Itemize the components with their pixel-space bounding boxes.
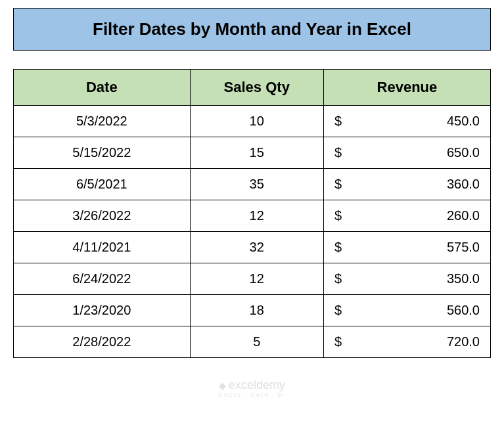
cell-qty: 5 <box>190 326 323 358</box>
cell-revenue: $650.0 <box>323 137 490 169</box>
header-qty: Sales Qty <box>190 70 323 106</box>
revenue-amount: 650.0 <box>447 145 480 160</box>
table-row: 6/5/202135$360.0 <box>14 169 491 200</box>
cell-date: 5/15/2022 <box>14 137 191 169</box>
cell-revenue: $450.0 <box>323 106 490 137</box>
cell-qty: 18 <box>190 295 323 326</box>
table-row: 5/3/202210$450.0 <box>14 106 491 137</box>
revenue-amount: 450.0 <box>447 114 480 129</box>
watermark-icon: ◆ <box>219 380 226 391</box>
revenue-amount: 350.0 <box>447 271 480 286</box>
cell-revenue: $720.0 <box>323 326 490 358</box>
cell-qty: 12 <box>190 200 323 232</box>
currency-symbol: $ <box>334 145 342 160</box>
currency-symbol: $ <box>334 334 342 349</box>
cell-revenue: $260.0 <box>323 200 490 232</box>
cell-date: 3/26/2022 <box>14 200 191 232</box>
table-row: 1/23/202018$560.0 <box>14 295 491 326</box>
page-title: Filter Dates by Month and Year in Excel <box>13 8 491 51</box>
table-row: 2/28/20225$720.0 <box>14 326 491 358</box>
cell-qty: 15 <box>190 137 323 169</box>
revenue-amount: 360.0 <box>447 177 480 192</box>
cell-revenue: $350.0 <box>323 263 490 295</box>
currency-symbol: $ <box>334 303 342 318</box>
cell-qty: 12 <box>190 263 323 295</box>
header-revenue: Revenue <box>323 70 490 106</box>
table-row: 5/15/202215$650.0 <box>14 137 491 169</box>
cell-qty: 10 <box>190 106 323 137</box>
cell-qty: 35 <box>190 169 323 200</box>
cell-date: 2/28/2022 <box>14 326 191 358</box>
table-row: 3/26/202212$260.0 <box>14 200 491 232</box>
table-body: 5/3/202210$450.05/15/202215$650.06/5/202… <box>14 106 491 358</box>
data-table: Date Sales Qty Revenue 5/3/202210$450.05… <box>13 69 491 358</box>
cell-date: 6/24/2022 <box>14 263 191 295</box>
cell-date: 6/5/2021 <box>14 169 191 200</box>
currency-symbol: $ <box>334 177 342 192</box>
cell-date: 5/3/2022 <box>14 106 191 137</box>
table-row: 6/24/202212$350.0 <box>14 263 491 295</box>
cell-revenue: $560.0 <box>323 295 490 326</box>
table-row: 4/11/202132$575.0 <box>14 232 491 263</box>
cell-qty: 32 <box>190 232 323 263</box>
revenue-amount: 260.0 <box>447 208 480 223</box>
currency-symbol: $ <box>334 240 342 255</box>
cell-revenue: $360.0 <box>323 169 490 200</box>
currency-symbol: $ <box>334 271 342 286</box>
currency-symbol: $ <box>334 114 342 129</box>
header-date: Date <box>14 70 191 106</box>
revenue-amount: 560.0 <box>447 303 480 318</box>
watermark-text: exceldemy <box>229 378 285 392</box>
cell-revenue: $575.0 <box>323 232 490 263</box>
cell-date: 1/23/2020 <box>14 295 191 326</box>
revenue-amount: 575.0 <box>447 240 480 255</box>
watermark-subtext: EXCEL · DATA · BI <box>219 392 285 398</box>
cell-date: 4/11/2021 <box>14 232 191 263</box>
currency-symbol: $ <box>334 208 342 223</box>
revenue-amount: 720.0 <box>447 334 480 349</box>
watermark: ◆ exceldemy EXCEL · DATA · BI <box>219 378 285 398</box>
table-header-row: Date Sales Qty Revenue <box>14 70 491 106</box>
